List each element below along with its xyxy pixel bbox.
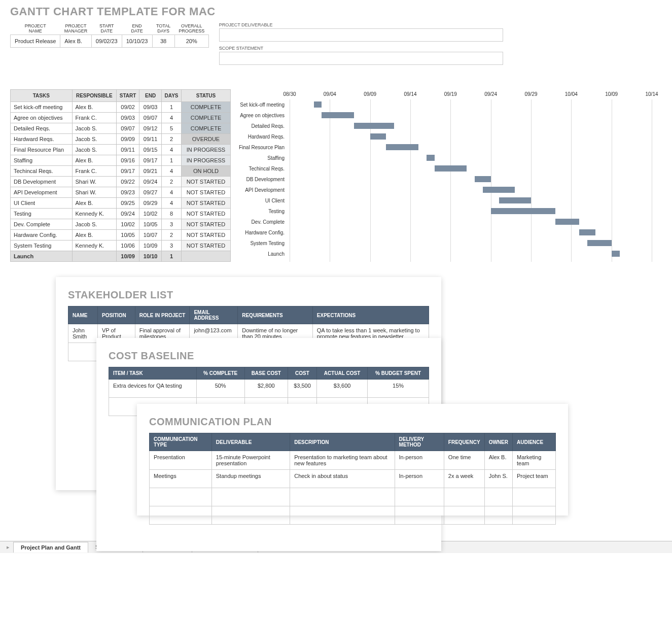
gantt-bar [483,187,515,193]
table-row[interactable]: UI ClientAlex B.09/2509/294NOT STARTED [11,198,231,209]
table-row[interactable]: API DevelopmentShari W.09/2309/274NOT ST… [11,187,231,198]
summary-cell[interactable]: 38 [152,35,174,48]
gantt-row: Dev. Complete [290,217,652,227]
tasks-header: END [139,90,162,102]
gantt-row-label: Agree on objectives [234,113,287,118]
task-start-cell: 09/23 [117,187,139,198]
task-days-cell: 2 [162,134,182,145]
summary-cell[interactable]: 20% [174,35,208,48]
card-cell [444,488,484,506]
gantt-row: Testing [290,206,652,217]
table-row[interactable]: System TestingKennedy K.10/0610/093NOT S… [11,241,231,251]
card-header: NAME [68,306,98,324]
card-header: ACTUAL COST [317,367,368,380]
card-title: STAKEHOLDER LIST [68,289,429,301]
table-row[interactable]: Launch10/0910/101 [11,251,231,262]
gantt-row-label: Final Resource Plan [234,145,287,150]
card-header: BASE COST [244,367,288,380]
table-row[interactable]: Presentation15-minute Powerpoint present… [150,451,556,470]
gantt-bar [587,240,612,246]
tasks-table: TASKSRESPONSIBLESTARTENDDAYSSTATUS Set k… [10,89,231,262]
task-name-cell: Launch [11,251,73,262]
card-header: OWNER [484,433,512,451]
tab-arrow-icon[interactable]: ▸ [3,544,13,551]
task-resp-cell: Frank C. [72,113,117,123]
summary-cell[interactable]: 09/02/23 [91,35,122,48]
task-days-cell: 4 [162,198,182,209]
task-resp-cell: Jacob S. [72,145,117,155]
table-row[interactable] [150,488,556,506]
scope-label: SCOPE STATEMENT [219,46,503,51]
tasks-header: START [117,90,139,102]
table-row[interactable]: Detailed Reqs.Jacob S.09/0709/125COMPLET… [11,123,231,134]
gantt-row-label: Set kick-off meeting [234,102,287,108]
task-start-cell: 10/06 [117,241,139,251]
task-resp-cell: Kennedy K. [72,241,117,251]
table-row[interactable] [150,506,556,525]
summary-cell[interactable]: 10/10/23 [122,35,152,48]
task-name-cell: API Development [11,187,73,198]
tasks-header: TASKS [11,90,73,102]
gantt-chart: 08/3009/0409/0909/1409/1909/2409/2910/04… [239,89,662,262]
table-row[interactable]: Extra devices for QA testing50%$2,800$3,… [109,380,429,398]
summary-header: TOTALDAYS [152,22,174,35]
gantt-bar [612,251,620,257]
card-cell: One time [444,451,484,470]
gantt-row-label: Hardware Config. [234,230,287,235]
task-resp-cell: Kennedy K. [72,209,117,219]
table-row[interactable]: Techincal Reqs.Frank C.09/1709/214ON HOL… [11,166,231,177]
card-header: DESCRIPTION [290,433,395,451]
card-header: % COMPLETE [196,367,244,380]
card-cell: Check in about status [290,470,395,488]
task-start-cell: 09/11 [117,145,139,155]
gantt-row-label: DB Development [234,177,287,182]
table-row[interactable]: MeetingsStandup meetingsCheck in about s… [150,470,556,488]
card-header: EXPECTATIONS [312,306,429,324]
task-resp-cell: Shari W. [72,187,117,198]
table-row[interactable]: Dev. CompleteJacob S.10/0210/053NOT STAR… [11,219,231,230]
task-resp-cell: Alex B. [72,198,117,209]
gantt-row: Staffing [290,153,652,163]
table-row[interactable]: TestingKennedy K.09/2410/028NOT STARTED [11,209,231,219]
summary-cell[interactable]: Alex B. [60,35,92,48]
gantt-row-label: API Development [234,187,287,193]
deliverable-input[interactable] [219,28,503,42]
task-end-cell: 10/02 [139,209,162,219]
card-cell: John S. [484,470,512,488]
table-row[interactable]: StaffingAlex B.09/1609/171IN PROGRESS [11,155,231,166]
table-row[interactable]: Final Resource PlanJacob S.09/1109/154IN… [11,145,231,155]
card-cell [484,506,512,525]
task-days-cell: 1 [162,251,182,262]
gantt-row-label: System Testing [234,241,287,246]
gantt-axis-label: 10/04 [565,91,578,97]
card-cell: 15% [368,380,429,398]
table-row[interactable]: Set kick-off meetingAlex B.09/0209/031CO… [11,102,231,113]
card-cell [68,343,98,361]
table-row[interactable]: Agree on objectivesFrank C.09/0309/074CO… [11,113,231,123]
task-resp-cell: Jacob S. [72,219,117,230]
scope-input[interactable] [219,52,503,65]
task-status-cell: NOT STARTED [182,187,231,198]
task-days-cell: 3 [162,241,182,251]
card-header: POSITION [97,306,135,324]
gantt-axis-label: 09/24 [484,91,497,97]
table-row[interactable]: Hardward Reqs.Jacob S.09/0909/112OVERDUE [11,134,231,145]
card-cell [290,488,395,506]
table-row[interactable]: DB DevelopmentShari W.09/2209/242NOT STA… [11,177,231,187]
task-status-cell: NOT STARTED [182,177,231,187]
card-cell: $2,800 [244,380,288,398]
card-cell [395,506,444,525]
task-end-cell: 09/07 [139,113,162,123]
card-cell: Presentation [150,451,212,470]
task-status-cell: NOT STARTED [182,209,231,219]
summary-cell[interactable]: Product Release [11,35,60,48]
task-end-cell: 09/27 [139,187,162,198]
table-row[interactable]: Hardware Config.Alex B.10/0510/072NOT ST… [11,230,231,241]
task-end-cell: 09/29 [139,198,162,209]
gantt-row: System Testing [290,238,652,249]
task-status-cell: NOT STARTED [182,241,231,251]
gantt-row-label: Launch [234,251,287,257]
sheet-tab[interactable]: Project Plan and Gantt [13,542,88,553]
task-name-cell: Agree on objectives [11,113,73,123]
gantt-row-label: Techincal Reqs. [234,166,287,172]
